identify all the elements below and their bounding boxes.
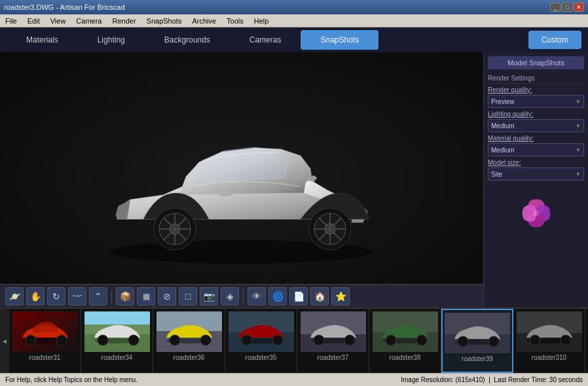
right-panel: Model SnapShots Render Settings Render q… xyxy=(483,52,588,307)
title-bar-controls: _ □ ✕ xyxy=(550,3,584,12)
menu-help[interactable]: Help xyxy=(251,16,272,26)
artisan-logo-icon xyxy=(517,194,556,233)
filmstrip-item-roadster35[interactable]: roadster35 xyxy=(225,309,297,373)
svg-point-47 xyxy=(416,335,427,345)
eye-icon-btn[interactable]: 👁 xyxy=(248,287,266,306)
filmstrip-item-roadster38[interactable]: roadster38 xyxy=(369,309,441,373)
tab-bar: Materials Lighting Backgrounds Cameras S… xyxy=(0,27,588,52)
filmstrip-thumb-roadster37 xyxy=(301,311,366,352)
filmstrip-thumb-roadster36 xyxy=(156,311,222,352)
filmstrip-thumb-roadster38 xyxy=(373,311,438,352)
filmstrip-item-roadster37[interactable]: roadster37 xyxy=(297,309,369,373)
menu-bar: File Edit View Camera Render SnapShots A… xyxy=(0,14,588,27)
svg-point-32 xyxy=(200,335,211,345)
tab-lighting[interactable]: Lighting xyxy=(78,30,145,50)
lighting-quality-value: Medium xyxy=(491,122,515,130)
svg-point-21 xyxy=(56,335,67,345)
filmstrip-item-roadster310[interactable]: roadster310 xyxy=(513,309,585,373)
filmstrip-thumb-roadster31 xyxy=(12,311,78,352)
rotate-icon-btn[interactable]: ↻ xyxy=(47,287,65,306)
svg-rect-16 xyxy=(219,193,232,196)
menu-render[interactable]: Render xyxy=(109,16,138,26)
lighting-quality-arrow: ▼ xyxy=(576,123,581,129)
svg-point-52 xyxy=(488,336,499,347)
title-bar: roadster3.DWG - Artisan For Bricscad _ □… xyxy=(0,0,588,14)
chevron-icon-btn[interactable]: ⌃ xyxy=(89,287,107,306)
viewport-toolbar: 🪐 ✋ ↻ 〰 ⌃ 📦 ▦ ⊘ □ 📷 ◈ 👁 🌀 📄 🏠 ⭐ xyxy=(0,284,483,307)
material-quality-dropdown[interactable]: Medium ▼ xyxy=(488,143,584,156)
material-quality-label: Material quality: xyxy=(488,135,584,142)
filmstrip-item-roadster31[interactable]: roadster31 xyxy=(9,309,81,373)
filmstrip-item-roadster34[interactable]: roadster34 xyxy=(81,309,153,373)
main-content: 🪐 ✋ ↻ 〰 ⌃ 📦 ▦ ⊘ □ 📷 ◈ 👁 🌀 📄 🏠 ⭐ Model Sn… xyxy=(0,52,588,307)
filmstrip-thumb-roadster39 xyxy=(445,313,510,353)
status-resolution: Image Resolution: (615x410) xyxy=(401,376,485,383)
square-icon-btn[interactable]: □ xyxy=(179,287,197,306)
star-icon-btn[interactable]: ⭐ xyxy=(331,287,350,306)
filmstrip-label-roadster38: roadster38 xyxy=(390,354,421,361)
tab-snapshots[interactable]: SnapShots xyxy=(301,30,378,50)
svg-point-57 xyxy=(560,335,571,345)
filmstrip-scroll-left[interactable]: ◄ xyxy=(0,309,9,373)
svg-rect-24 xyxy=(84,311,150,325)
svg-point-17 xyxy=(533,211,539,217)
panel-title: Model SnapShots xyxy=(488,56,584,69)
spiral-icon-btn[interactable]: 🌀 xyxy=(268,287,287,306)
filmstrip-label-roadster37: roadster37 xyxy=(318,354,349,361)
menu-edit[interactable]: Edit xyxy=(25,16,43,26)
house-icon-btn[interactable]: 🏠 xyxy=(310,287,329,306)
model-size-arrow: ▼ xyxy=(576,171,581,177)
render-quality-arrow: ▼ xyxy=(576,99,581,105)
svg-point-42 xyxy=(344,335,355,345)
custom-button[interactable]: Custom xyxy=(528,31,581,49)
svg-point-27 xyxy=(128,335,139,345)
filmstrip-thumb-roadster35 xyxy=(229,311,294,352)
car-render xyxy=(78,92,405,268)
status-right: Image Resolution: (615x410) | Last Rende… xyxy=(401,376,583,383)
tab-materials[interactable]: Materials xyxy=(7,30,78,50)
close-button[interactable]: ✕ xyxy=(574,3,584,12)
model-size-label: Model size: xyxy=(488,159,584,166)
svg-point-41 xyxy=(314,335,324,345)
svg-point-31 xyxy=(170,335,180,345)
filmstrip-item-roadster36[interactable]: roadster36 xyxy=(153,309,225,373)
model-size-value: Site xyxy=(491,171,502,178)
menu-tools[interactable]: Tools xyxy=(224,16,246,26)
model-size-dropdown[interactable]: Site ▼ xyxy=(488,167,584,181)
svg-point-46 xyxy=(386,335,396,345)
status-help-text: For Help, click Help Topics on the Help … xyxy=(5,376,138,383)
minimize-button[interactable]: _ xyxy=(550,3,560,12)
svg-point-51 xyxy=(458,336,468,347)
menu-archive[interactable]: Archive xyxy=(189,16,219,26)
filmstrip-thumb-roadster310 xyxy=(517,311,582,352)
hand-icon-btn[interactable]: ✋ xyxy=(26,287,45,306)
svg-point-56 xyxy=(530,335,540,345)
menu-file[interactable]: File xyxy=(3,16,20,26)
box-icon-btn[interactable]: 📦 xyxy=(116,287,134,306)
svg-point-37 xyxy=(272,335,283,345)
grid-icon-btn[interactable]: ▦ xyxy=(137,287,155,306)
tab-backgrounds[interactable]: Backgrounds xyxy=(145,30,230,50)
svg-point-36 xyxy=(242,335,252,345)
filmstrip: ◄ roadster31 xyxy=(0,307,588,373)
file-icon-btn[interactable]: 📄 xyxy=(289,287,308,306)
viewport: 🪐 ✋ ↻ 〰 ⌃ 📦 ▦ ⊘ □ 📷 ◈ 👁 🌀 📄 🏠 ⭐ xyxy=(0,52,483,307)
render-quality-label: Render quality: xyxy=(488,86,584,94)
menu-view[interactable]: View xyxy=(48,16,69,26)
camera-icon-btn[interactable]: 📷 xyxy=(200,287,218,306)
svg-point-26 xyxy=(98,335,108,345)
circle-icon-btn[interactable]: ⊘ xyxy=(158,287,176,306)
render-quality-dropdown[interactable]: Preview ▼ xyxy=(488,95,584,108)
wave-icon-btn[interactable]: 〰 xyxy=(68,287,86,306)
filmstrip-label-roadster31: roadster31 xyxy=(29,354,61,361)
menu-snapshots[interactable]: SnapShots xyxy=(144,16,185,26)
diamond-icon-btn[interactable]: ◈ xyxy=(221,287,239,306)
menu-camera[interactable]: Camera xyxy=(73,16,104,26)
planet-icon-btn[interactable]: 🪐 xyxy=(5,287,24,306)
filmstrip-item-roadster39[interactable]: roadster39 xyxy=(441,309,513,373)
maximize-button[interactable]: □ xyxy=(562,3,572,12)
lighting-quality-dropdown[interactable]: Medium ▼ xyxy=(488,119,584,132)
tab-cameras[interactable]: Cameras xyxy=(230,30,301,50)
title-text: roadster3.DWG - Artisan For Bricscad xyxy=(4,3,125,11)
filmstrip-label-roadster310: roadster310 xyxy=(532,354,566,361)
